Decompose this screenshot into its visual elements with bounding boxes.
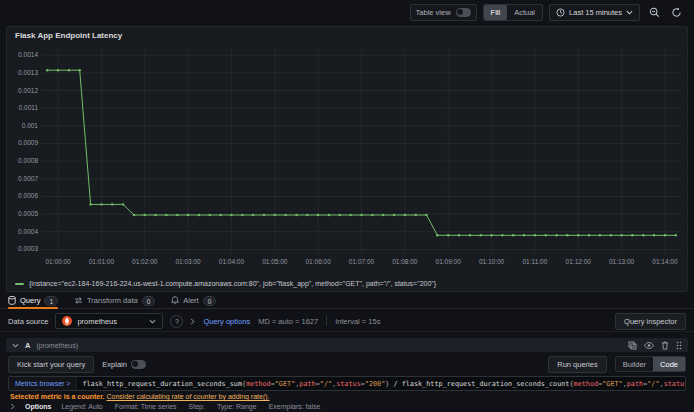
query-options-footer[interactable]: Options Legend: AutoFormat: Time seriesS…: [10, 403, 320, 410]
warning-rate-link[interactable]: Consider calculating rate of counter by …: [107, 393, 270, 400]
data-point: [219, 214, 221, 216]
interval-summary: Interval = 15s: [335, 317, 380, 326]
y-tick-label: 0.0006: [18, 192, 38, 199]
data-point: [100, 203, 102, 205]
datasource-value: prometheus: [77, 317, 117, 326]
x-tick-label: 01:07:00: [349, 258, 375, 265]
run-queries-button[interactable]: Run queries: [548, 356, 606, 373]
query-row-header[interactable]: A (prometheus): [6, 338, 688, 352]
x-tick-label: 01:00:00: [45, 258, 71, 265]
data-point: [382, 214, 384, 216]
datasource-row: Data source prometheus ? Query options M…: [0, 311, 694, 332]
duplicate-icon[interactable]: [628, 341, 637, 350]
legend-swatch: [15, 283, 24, 285]
data-point: [480, 234, 482, 236]
x-tick-label: 01:08:00: [392, 258, 418, 265]
data-point: [631, 234, 633, 236]
data-point: [79, 69, 81, 71]
promql-expression[interactable]: flask_http_request_duration_seconds_sum{…: [77, 380, 686, 388]
datasource-help-icon[interactable]: ?: [170, 315, 183, 328]
data-point: [46, 69, 48, 71]
time-range-label: Last 15 minutes: [569, 8, 622, 17]
refresh-button[interactable]: [668, 4, 684, 20]
options-summary-item: Step:: [189, 403, 205, 410]
data-point: [371, 214, 373, 216]
data-point: [620, 234, 622, 236]
x-tick-label: 01:12:00: [566, 258, 592, 265]
drag-handle-icon[interactable]: [676, 341, 682, 350]
data-point: [154, 214, 156, 216]
query-options[interactable]: Query options MD = auto = 1627 Interval …: [190, 316, 380, 326]
actual-button[interactable]: Actual: [507, 5, 542, 20]
data-point: [425, 214, 427, 216]
data-point: [458, 234, 460, 236]
kick-start-query-button[interactable]: Kick start your query: [8, 356, 94, 373]
x-tick-label: 01:02:00: [132, 258, 158, 265]
data-point: [111, 203, 113, 205]
data-point: [512, 234, 514, 236]
tab-transform-label: Transform data: [87, 296, 138, 305]
data-point: [165, 214, 167, 216]
options-summary-item: Exemplars: false: [269, 403, 321, 410]
code-mode-button[interactable]: Code: [653, 357, 685, 371]
query-datasource-hint: (prometheus): [36, 342, 78, 349]
options-summary-item: Type: Range: [217, 403, 257, 410]
x-tick-label: 01:10:00: [479, 258, 505, 265]
data-point: [664, 234, 666, 236]
data-point: [306, 214, 308, 216]
table-view-toggle[interactable]: [456, 8, 471, 17]
metrics-browser-button[interactable]: Metrics browser >: [9, 377, 77, 390]
timeseries-chart[interactable]: 0.00030.00040.00050.00060.00070.00080.00…: [9, 43, 687, 275]
legend-series-label[interactable]: {instance="ec2-184-169-216-224.us-west-1…: [29, 280, 436, 287]
data-point: [241, 214, 243, 216]
builder-mode-button[interactable]: Builder: [616, 357, 653, 371]
explain-label: Explain: [102, 360, 127, 369]
data-point: [566, 234, 568, 236]
data-point: [599, 234, 601, 236]
tab-alert-label: Alert: [183, 296, 198, 305]
data-point: [642, 234, 644, 236]
chevron-right-icon: [190, 318, 195, 325]
data-point: [284, 214, 286, 216]
builder-code-toggle: Builder Code: [615, 356, 686, 372]
trash-icon[interactable]: [661, 341, 669, 350]
query-inspector-button[interactable]: Query inspector: [615, 313, 686, 330]
fill-button[interactable]: Fill: [484, 5, 508, 20]
explain-control: Explain: [102, 360, 151, 369]
table-view-label: Table view: [411, 8, 456, 17]
x-tick-label: 01:14:00: [652, 258, 678, 265]
datasource-select[interactable]: prometheus: [55, 313, 163, 329]
x-tick-label: 01:01:00: [89, 258, 115, 265]
table-view-group: Table view: [410, 4, 477, 21]
datasource-label: Data source: [8, 317, 48, 326]
tab-query-label: Query: [20, 296, 40, 305]
data-point: [209, 214, 211, 216]
zoom-out-button[interactable]: [646, 4, 662, 20]
tab-alert[interactable]: Alert 0: [171, 293, 216, 308]
eye-icon[interactable]: [644, 342, 654, 349]
data-point: [588, 234, 590, 236]
tab-transform-data[interactable]: Transform data 0: [74, 293, 155, 308]
promql-editor[interactable]: Metrics browser > flask_http_request_dur…: [8, 376, 686, 391]
max-data-points-summary: MD = auto = 1627: [258, 317, 318, 326]
editor-tabs: Query 1 Transform data 0 Alert 0: [0, 293, 694, 309]
data-point: [675, 234, 677, 236]
explain-toggle[interactable]: [131, 360, 146, 369]
data-point: [122, 203, 124, 205]
y-tick-label: 0.0013: [18, 69, 38, 76]
refresh-icon: [671, 7, 682, 18]
data-point: [317, 214, 319, 216]
data-point: [653, 234, 655, 236]
tab-query[interactable]: Query 1: [8, 293, 58, 308]
query-toolbar: Kick start your query Explain Run querie…: [8, 356, 686, 372]
tab-transform-count: 0: [142, 296, 156, 306]
data-point: [328, 214, 330, 216]
data-point: [393, 214, 395, 216]
clock-icon: [556, 8, 565, 17]
y-tick-label: 0.0012: [18, 87, 38, 94]
query-row-actions: [628, 341, 682, 350]
time-range-picker[interactable]: Last 15 minutes: [549, 4, 640, 21]
options-label: Options: [25, 403, 51, 410]
fill-actual-group: Fill Actual: [483, 4, 543, 21]
query-options-label[interactable]: Query options: [203, 317, 250, 326]
